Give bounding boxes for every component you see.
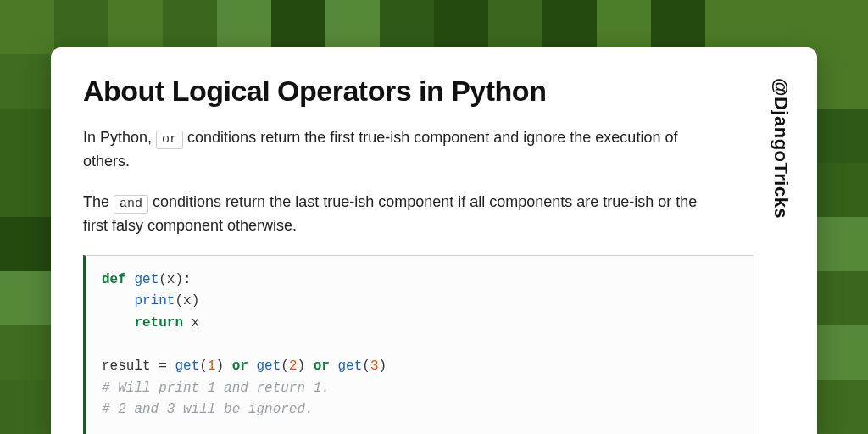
- para1-text-pre: In Python,: [83, 129, 156, 146]
- code-keyword-or: or: [232, 359, 248, 374]
- code-punc: (x):: [159, 272, 191, 287]
- inline-code-or: or: [156, 131, 183, 149]
- code-space: [330, 359, 338, 374]
- code-punc: ): [298, 359, 314, 374]
- code-punc: (: [281, 359, 289, 374]
- code-block: def get(x): print(x) return x result = g…: [83, 255, 754, 434]
- paragraph-2: The and conditions return the last true-…: [83, 191, 710, 238]
- code-punc: ): [379, 359, 387, 374]
- code-number: 1: [208, 359, 216, 374]
- code-punc: (: [199, 359, 208, 374]
- code-fn-call: get: [338, 359, 363, 374]
- code-builtin-print: print: [134, 293, 175, 309]
- twitter-handle: @DjangoTricks: [754, 75, 792, 434]
- code-punc: (x): [175, 293, 199, 309]
- code-fn-call: get: [256, 359, 281, 374]
- code-number: 3: [370, 359, 379, 374]
- code-number: 2: [289, 359, 298, 374]
- code-punc: ): [215, 359, 231, 374]
- code-text: result =: [102, 359, 175, 374]
- inline-code-and: and: [114, 195, 148, 214]
- para2-text-pre: The: [83, 193, 114, 210]
- code-text: x: [183, 315, 199, 331]
- para2-text-post: conditions return the last true-ish comp…: [83, 193, 697, 234]
- code-punc: (: [362, 359, 370, 374]
- content-card: About Logical Operators in Python In Pyt…: [51, 47, 817, 434]
- code-keyword-or: or: [314, 359, 330, 374]
- page-title: About Logical Operators in Python: [83, 75, 754, 108]
- code-keyword-return: return: [134, 315, 183, 331]
- code-fn-call: get: [175, 359, 199, 374]
- code-fn-name: get: [134, 272, 159, 287]
- main-content: About Logical Operators in Python In Pyt…: [83, 75, 754, 434]
- paragraph-1: In Python, or conditions return the firs…: [83, 126, 710, 174]
- code-comment: # Will print 1 and return 1.: [102, 381, 330, 396]
- code-keyword-def: def: [102, 272, 126, 287]
- code-comment: # 2 and 3 will be ignored.: [102, 402, 314, 417]
